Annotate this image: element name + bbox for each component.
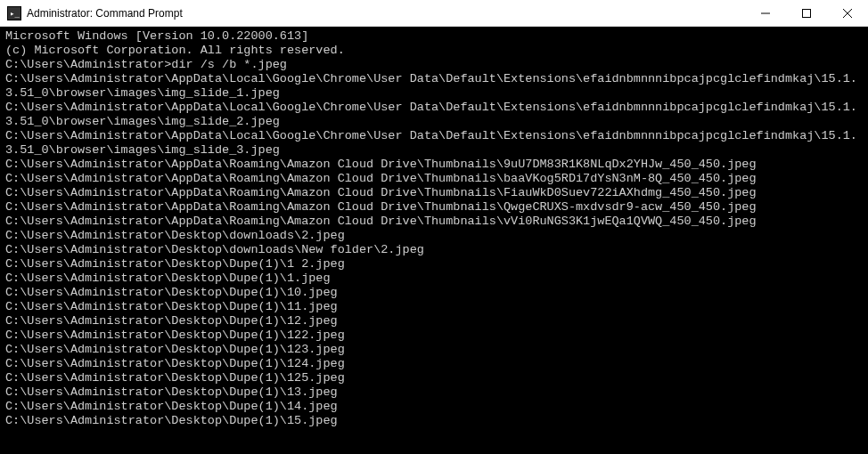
close-button[interactable]: [827, 0, 868, 26]
output-line: C:\Users\Administrator\Desktop\Dupe(1)\1…: [5, 414, 863, 428]
command-line: C:\Users\Administrator>dir /s /b *.jpeg: [5, 58, 863, 72]
output-line: C:\Users\Administrator\Desktop\Dupe(1)\1…: [5, 385, 863, 400]
output-line: C:\Users\Administrator\Desktop\Dupe(1)\1…: [5, 300, 863, 314]
command-prompt-window: ▸_ Administrator: Command Prompt Microso…: [0, 0, 868, 454]
output-line: C:\Users\Administrator\AppData\Roaming\A…: [5, 158, 863, 172]
output-line: C:\Users\Administrator\Desktop\downloads…: [5, 243, 863, 257]
svg-text:▸_: ▸_: [10, 9, 20, 18]
window-controls: [745, 0, 868, 26]
typed-command: dir /s /b *.jpeg: [171, 58, 287, 71]
output-line: C:\Users\Administrator\Desktop\Dupe(1)\1…: [5, 400, 863, 414]
output-line: C:\Users\Administrator\AppData\Local\Goo…: [5, 72, 863, 101]
output-line: C:\Users\Administrator\Desktop\Dupe(1)\1…: [5, 328, 863, 343]
window-title: Administrator: Command Prompt: [27, 7, 745, 20]
output-line: C:\Users\Administrator\Desktop\Dupe(1)\1…: [5, 371, 863, 385]
output-line: C:\Users\Administrator\AppData\Roaming\A…: [5, 186, 863, 200]
output-line: C:\Users\Administrator\AppData\Roaming\A…: [5, 172, 863, 186]
output-line: C:\Users\Administrator\AppData\Local\Goo…: [5, 129, 863, 158]
terminal-header-line: Microsoft Windows [Version 10.0.22000.61…: [5, 29, 863, 44]
output-line: C:\Users\Administrator\Desktop\Dupe(1)\1…: [5, 286, 863, 300]
maximize-button[interactable]: [786, 0, 827, 26]
cmd-icon: ▸_: [7, 6, 21, 20]
terminal-output-area[interactable]: Microsoft Windows [Version 10.0.22000.61…: [0, 27, 868, 454]
output-line: C:\Users\Administrator\Desktop\Dupe(1)\1…: [5, 314, 863, 328]
output-line: C:\Users\Administrator\AppData\Local\Goo…: [5, 101, 863, 129]
output-line: C:\Users\Administrator\AppData\Roaming\A…: [5, 215, 863, 229]
terminal-header-line: (c) Microsoft Corporation. All rights re…: [5, 44, 863, 58]
output-line: C:\Users\Administrator\Desktop\Dupe(1)\1…: [5, 272, 863, 286]
prompt: C:\Users\Administrator>: [5, 58, 171, 71]
output-line: C:\Users\Administrator\Desktop\Dupe(1)\1…: [5, 343, 863, 357]
minimize-button[interactable]: [745, 0, 786, 26]
svg-rect-4: [803, 9, 811, 17]
titlebar[interactable]: ▸_ Administrator: Command Prompt: [0, 0, 868, 27]
output-line: C:\Users\Administrator\Desktop\downloads…: [5, 229, 863, 243]
output-line: C:\Users\Administrator\AppData\Roaming\A…: [5, 200, 863, 215]
output-line: C:\Users\Administrator\Desktop\Dupe(1)\1…: [5, 357, 863, 371]
output-line: C:\Users\Administrator\Desktop\Dupe(1)\1…: [5, 257, 863, 272]
